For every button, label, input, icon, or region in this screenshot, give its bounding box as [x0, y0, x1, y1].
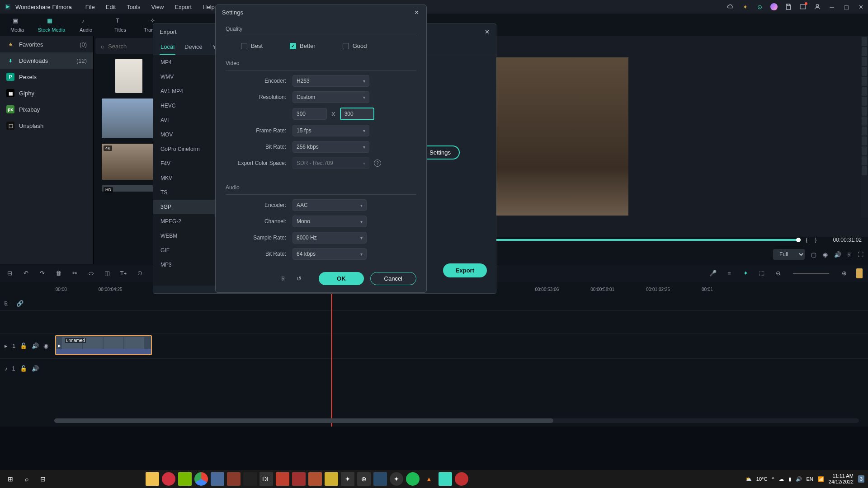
close-icon[interactable]: ✕: [485, 28, 490, 35]
mic-icon[interactable]: 🎤: [709, 269, 717, 277]
app-icon[interactable]: [243, 472, 257, 486]
wifi-icon[interactable]: 📶: [818, 476, 824, 482]
format-webm[interactable]: WEBM: [153, 229, 215, 243]
media-thumb[interactable]: 4K: [102, 144, 153, 180]
marker[interactable]: [862, 37, 867, 46]
marker[interactable]: [862, 127, 867, 136]
audio-encoder-select[interactable]: AAC▾: [292, 199, 367, 211]
delete-icon[interactable]: 🗑: [54, 269, 62, 277]
export-frame-icon[interactable]: ⎘: [848, 251, 851, 258]
lock-icon[interactable]: 🔓: [20, 365, 27, 372]
track-body[interactable]: ▸ unnamed: [54, 333, 868, 358]
reset-icon[interactable]: ↺: [294, 274, 303, 283]
app-icon[interactable]: ⊕: [357, 472, 371, 486]
menu-export[interactable]: Export: [170, 2, 196, 12]
marker[interactable]: [862, 87, 867, 96]
format-wmv[interactable]: WMV: [153, 70, 215, 84]
source-downloads[interactable]: ⬇Downloads(12): [0, 52, 93, 69]
marker[interactable]: [862, 57, 867, 66]
format-gif[interactable]: GIF: [153, 243, 215, 258]
scrollbar-thumb[interactable]: [54, 418, 553, 423]
app-icon[interactable]: ✦: [390, 472, 403, 486]
app-icon[interactable]: [308, 472, 322, 486]
fit-icon[interactable]: ⬚: [758, 269, 766, 277]
playhead[interactable]: [331, 282, 332, 427]
start-icon[interactable]: ⊞: [4, 472, 17, 486]
maximize-icon[interactable]: ▢: [843, 3, 850, 10]
track-body[interactable]: [54, 359, 868, 378]
tab-media[interactable]: ▣Media: [0, 14, 34, 36]
nvidia-icon[interactable]: [178, 472, 192, 486]
link-icon[interactable]: 🔗: [16, 300, 24, 307]
speed-icon[interactable]: ⏲: [136, 269, 144, 277]
app-icon[interactable]: DL: [259, 472, 273, 486]
format-av1-mp4[interactable]: AV1 MP4: [153, 84, 215, 99]
redo-icon[interactable]: ↷: [38, 269, 46, 277]
app-icon[interactable]: [373, 472, 387, 486]
format-mov[interactable]: MOV: [153, 127, 215, 142]
display-icon[interactable]: ▢: [811, 251, 816, 258]
message-icon[interactable]: [799, 3, 807, 10]
language-icon[interactable]: EN: [807, 476, 813, 482]
clock[interactable]: 11:11 AM 24/12/2022: [829, 473, 854, 485]
quality-best[interactable]: Best: [241, 42, 263, 49]
headphones-icon[interactable]: ⊙: [756, 3, 763, 10]
cancel-button[interactable]: Cancel: [370, 272, 416, 285]
marker[interactable]: [862, 77, 867, 86]
task-view-icon[interactable]: ⊟: [36, 472, 50, 486]
marker[interactable]: [862, 117, 867, 126]
media-thumb[interactable]: [115, 59, 142, 93]
app-icon[interactable]: [455, 472, 468, 486]
cloud-icon[interactable]: [727, 3, 734, 10]
attach-icon[interactable]: ⎘: [5, 300, 8, 307]
source-pexels[interactable]: PPexels: [0, 69, 93, 85]
source-giphy[interactable]: ▦Giphy: [0, 85, 93, 101]
explorer-icon[interactable]: [146, 472, 159, 486]
help-icon[interactable]: ?: [374, 160, 381, 167]
marker[interactable]: [862, 107, 867, 116]
volume-icon[interactable]: 🔊: [834, 251, 841, 258]
crop-icon[interactable]: ◫: [103, 269, 111, 277]
video-bitrate-select[interactable]: 256 kbps▾: [292, 141, 369, 153]
text-tool-icon[interactable]: T+: [119, 269, 127, 277]
tab-titles[interactable]: TTitles: [103, 14, 137, 36]
resolution-select[interactable]: Custom▾: [292, 91, 369, 103]
close-icon[interactable]: ✕: [413, 9, 420, 16]
close-window-icon[interactable]: ✕: [857, 3, 864, 10]
format-hevc[interactable]: HEVC: [153, 99, 215, 113]
menu-view[interactable]: View: [146, 2, 168, 12]
resolution-height-input[interactable]: [340, 108, 374, 120]
app-icon[interactable]: [292, 472, 306, 486]
app-icon[interactable]: [227, 472, 241, 486]
video-clip[interactable]: ▸ unnamed: [55, 335, 152, 355]
audio-bitrate-select[interactable]: 64 kbps▾: [292, 248, 367, 260]
menu-edit[interactable]: Edit: [101, 2, 120, 12]
chrome-icon[interactable]: [194, 472, 208, 486]
zoom-out-icon[interactable]: ⊖: [774, 269, 782, 277]
marker[interactable]: [862, 67, 867, 76]
adjust-icon[interactable]: ⊟: [5, 269, 14, 277]
export-tab-device[interactable]: Device: [184, 40, 203, 55]
menu-file[interactable]: File: [81, 2, 99, 12]
app-icon[interactable]: ✦: [341, 472, 354, 486]
marker[interactable]: [862, 166, 867, 175]
weather-icon[interactable]: ⛅: [745, 476, 752, 482]
zoom-select[interactable]: Full: [773, 249, 805, 260]
marker-tool-icon[interactable]: ✦: [741, 269, 750, 277]
format-mpeg-2[interactable]: MPEG-2: [153, 214, 215, 229]
brace-in-icon[interactable]: {: [804, 237, 810, 243]
scrubber-thumb[interactable]: [796, 238, 801, 242]
snapshot-icon[interactable]: ◉: [823, 251, 828, 258]
marker[interactable]: [862, 47, 867, 56]
menu-tools[interactable]: Tools: [122, 2, 145, 12]
battery-icon[interactable]: ▮: [788, 476, 791, 482]
export-button[interactable]: Export: [443, 263, 487, 277]
quality-good[interactable]: Good: [343, 42, 367, 49]
opera-icon[interactable]: [162, 472, 175, 486]
format-avi[interactable]: AVI: [153, 113, 215, 127]
spotify-icon[interactable]: [406, 472, 420, 486]
save-icon[interactable]: [785, 3, 792, 10]
account-icon[interactable]: [814, 3, 821, 10]
media-thumb[interactable]: [102, 99, 153, 138]
format-gopro-cineform[interactable]: GoPro Cineform: [153, 142, 215, 156]
